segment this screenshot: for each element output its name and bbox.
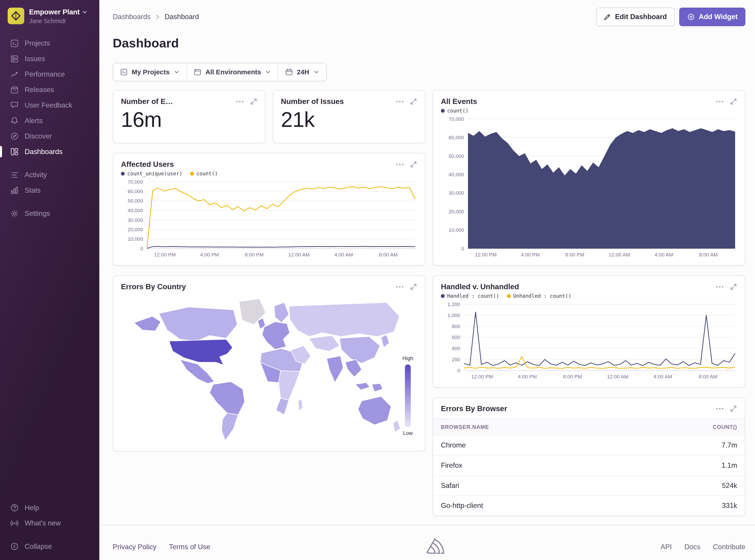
edit-dashboard-button[interactable]: Edit Dashboard: [596, 8, 675, 26]
add-widget-button[interactable]: Add Widget: [679, 8, 745, 26]
country-alaska: [134, 316, 161, 331]
sidebar-item-label: User Feedback: [25, 101, 72, 109]
svg-text:4:00 AM: 4:00 AM: [655, 252, 673, 258]
widget-affected-users: Affected Users count_unique(user)count()…: [113, 153, 425, 266]
footer-link-contribute[interactable]: Contribute: [713, 543, 746, 551]
sidebar-item-label: Issues: [25, 55, 45, 63]
sidebar-item-user-feedback[interactable]: User Feedback: [0, 97, 99, 113]
country-southern-africa: [276, 398, 289, 415]
chart-legend: count_unique(user)count(): [121, 171, 417, 177]
widget-menu-icon[interactable]: [715, 404, 724, 413]
widget-expand-icon[interactable]: [410, 161, 417, 168]
svg-text:4:00 AM: 4:00 AM: [334, 252, 353, 258]
date-range-filter[interactable]: 24H: [278, 63, 326, 81]
sidebar-item-settings[interactable]: Settings: [0, 206, 99, 221]
all-events-chart: 010,00020,00030,00040,00050,00060,00070,…: [441, 116, 737, 258]
country-indonesia-east: [372, 383, 383, 392]
sidebar-item-performance[interactable]: Performance: [0, 67, 99, 82]
sidebar-item-activity[interactable]: Activity: [0, 167, 99, 183]
sidebar-nav: ProjectsIssuesPerformanceReleasesUser Fe…: [0, 33, 99, 224]
svg-text:40,000: 40,000: [128, 208, 143, 213]
widget-menu-icon[interactable]: [715, 282, 724, 291]
widget-title: Errors By Browser: [441, 404, 507, 413]
widget-expand-icon[interactable]: [410, 283, 417, 290]
sidebar-item-label: Collapse: [25, 542, 52, 551]
browser-count: 1.1m: [721, 461, 737, 469]
country-russia: [289, 302, 400, 337]
sidebar-item-whats-new[interactable]: What's new: [0, 516, 99, 531]
footer-link-docs[interactable]: Docs: [684, 543, 700, 551]
projects-filter[interactable]: My Projects: [113, 63, 187, 81]
table-body: Chrome7.7mFirefox1.1mSafari524kGo-http-c…: [433, 435, 745, 516]
environments-filter[interactable]: All Environments: [187, 63, 278, 81]
map-legend: High Low: [403, 356, 413, 436]
legend-item: count_unique(user): [121, 171, 182, 177]
footer-left-links: Privacy PolicyTerms of Use: [113, 543, 210, 551]
sidebar-item-label: What's new: [25, 519, 61, 527]
footer-link-api[interactable]: API: [660, 543, 672, 551]
country-mexico: [180, 359, 214, 383]
svg-text:50,000: 50,000: [128, 198, 143, 204]
org-switcher[interactable]: Empower Plant Jane Schmidt: [0, 0, 99, 33]
svg-text:4:00 PM: 4:00 PM: [521, 252, 540, 258]
sidebar-item-label: Projects: [25, 39, 50, 47]
legend-item: Unhandled : count(): [507, 293, 572, 299]
widget-menu-icon[interactable]: [235, 97, 244, 106]
widget-menu-icon[interactable]: [715, 97, 724, 106]
discover-icon: [10, 132, 19, 141]
performance-icon: [10, 70, 19, 79]
country-argentina: [221, 413, 238, 441]
org-user: Jane Schmidt: [29, 18, 88, 25]
sidebar-item-label: Dashboards: [25, 148, 62, 156]
sidebar-item-projects[interactable]: Projects: [0, 36, 99, 51]
svg-text:8:00 AM: 8:00 AM: [699, 374, 717, 379]
svg-text:0: 0: [461, 246, 464, 252]
widget-expand-icon[interactable]: [730, 98, 737, 105]
country-united-states: [169, 339, 233, 365]
settings-icon: [10, 209, 19, 218]
widget-title: Number of Issues: [281, 97, 344, 106]
chart-legend: count(): [441, 108, 737, 114]
svg-text:4:00 PM: 4:00 PM: [518, 374, 537, 379]
browser-name: Go-http-client: [441, 502, 483, 510]
svg-text:4:00 AM: 4:00 AM: [654, 374, 672, 379]
sidebar-item-help[interactable]: Help: [0, 500, 99, 516]
table-header: BROWSER.NAME COUNT(): [433, 419, 745, 435]
svg-text:600: 600: [452, 335, 460, 340]
sidebar-item-discover[interactable]: Discover: [0, 128, 99, 144]
sidebar-item-label: Releases: [25, 86, 54, 94]
chevron-down-icon: [265, 69, 271, 75]
breadcrumb-chevron-icon: [154, 14, 161, 20]
world-map-container: High Low: [121, 294, 417, 446]
sidebar-item-stats[interactable]: Stats: [0, 183, 99, 198]
sidebar-item-alerts[interactable]: Alerts: [0, 113, 99, 128]
svg-text:12:00 AM: 12:00 AM: [608, 252, 630, 258]
svg-text:12:00 PM: 12:00 PM: [475, 252, 497, 258]
widget-expand-icon[interactable]: [730, 405, 737, 412]
widget-expand-icon[interactable]: [730, 283, 737, 290]
svg-text:12:00 PM: 12:00 PM: [154, 252, 176, 258]
sidebar-item-label: Stats: [25, 186, 41, 195]
widget-menu-icon[interactable]: [395, 282, 404, 291]
sidebar-item-releases[interactable]: Releases: [0, 82, 99, 98]
footer-link-terms-of-use[interactable]: Terms of Use: [169, 543, 210, 551]
calendar-icon: [285, 68, 293, 76]
widget-menu-icon[interactable]: [395, 97, 404, 106]
legend-item: count(): [190, 171, 218, 177]
widget-title: Errors By Country: [121, 282, 186, 291]
breadcrumb-dashboards-link[interactable]: Dashboards: [113, 13, 151, 21]
widget-menu-icon[interactable]: [395, 160, 404, 169]
sidebar-item-label: Discover: [25, 132, 52, 140]
widget-expand-icon[interactable]: [250, 98, 257, 105]
chevron-down-icon: [173, 69, 180, 75]
sidebar-item-issues[interactable]: Issues: [0, 51, 99, 67]
footer-link-privacy-policy[interactable]: Privacy Policy: [113, 543, 156, 551]
map-legend-high: High: [403, 356, 413, 361]
table-row: Chrome7.7m: [433, 435, 745, 456]
widget-expand-icon[interactable]: [410, 98, 417, 105]
sidebar-item-collapse[interactable]: Collapse: [0, 539, 99, 554]
sidebar: Empower Plant Jane Schmidt ProjectsIssue…: [0, 0, 99, 560]
country-canada: [159, 307, 237, 341]
org-logo: [8, 8, 24, 24]
sidebar-item-dashboards[interactable]: Dashboards: [0, 144, 99, 159]
